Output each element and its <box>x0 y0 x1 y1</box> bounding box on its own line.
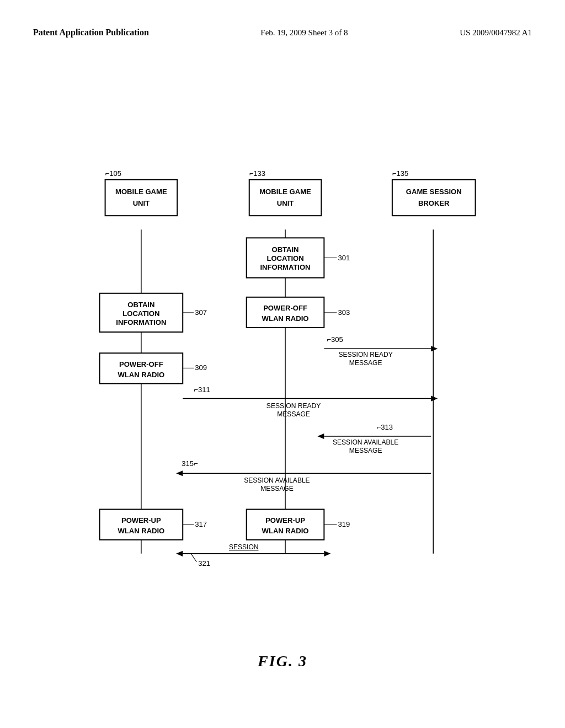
svg-rect-0 <box>105 180 178 216</box>
box-303: POWER-OFF WLAN RADIO 303 <box>247 297 350 328</box>
box-303-line1: POWER-OFF <box>263 304 307 312</box>
box-307: OBTAIN LOCATION INFORMATION 307 <box>100 293 207 332</box>
msg-311-label1: SESSION READY <box>266 402 321 410</box>
header-patent-number: US 2009/0047982 A1 <box>460 28 532 38</box>
entity-135: GAME SESSION BROKER ⌐135 <box>392 169 476 216</box>
svg-rect-2 <box>392 180 476 216</box>
box-319-line1: POWER-UP <box>265 516 305 524</box>
figure-caption: FIG. 3 <box>258 652 307 670</box>
msg-311-ref: ⌐311 <box>194 386 210 394</box>
msg-305-ref: ⌐305 <box>327 335 343 344</box>
svg-rect-17 <box>247 510 324 540</box>
entity-135-label1: GAME SESSION <box>406 188 462 196</box>
session-321-ref: 321 <box>198 559 210 568</box>
box-317-line2: WLAN RADIO <box>118 527 164 535</box>
arrowhead-313 <box>317 433 324 439</box>
box-319-ref: 319 <box>338 520 350 528</box>
box-303-line2: WLAN RADIO <box>262 314 309 323</box>
box-319: POWER-UP WLAN RADIO 319 <box>247 510 350 540</box>
sequence-diagram: MOBILE GAME UNIT ⌐105 MOBILE GAME UNIT ⌐… <box>33 72 532 654</box>
entity-133: MOBILE GAME UNIT ⌐133 <box>249 169 322 216</box>
box-301: OBTAIN LOCATION INFORMATION 301 <box>247 238 350 277</box>
box-317-line1: POWER-UP <box>121 516 161 524</box>
patent-page: Patent Application Publication Feb. 19, … <box>0 0 565 728</box>
box-309-ref: 309 <box>195 363 207 372</box>
diagram-container: MOBILE GAME UNIT ⌐105 MOBILE GAME UNIT ⌐… <box>33 72 532 645</box>
msg-305: ⌐305 SESSION READY MESSAGE <box>324 335 438 367</box>
box-307-line3: INFORMATION <box>116 318 166 326</box>
msg-313: ⌐313 SESSION AVAILABLE MESSAGE <box>317 423 431 454</box>
page-header: Patent Application Publication Feb. 19, … <box>33 28 532 38</box>
arrowhead-315 <box>176 470 183 476</box>
box-301-line3: INFORMATION <box>260 263 310 271</box>
entity-135-label2: BROKER <box>418 199 450 207</box>
entity-135-ref: ⌐135 <box>392 169 408 178</box>
header-publication-label: Patent Application Publication <box>33 28 149 38</box>
msg-311: ⌐311 SESSION READY MESSAGE <box>183 386 438 418</box>
session-321: SESSION 321 <box>176 543 331 568</box>
session-label: SESSION <box>229 543 259 551</box>
msg-315-ref: 315⌐ <box>182 459 198 468</box>
msg-313-label1: SESSION AVAILABLE <box>333 438 398 446</box>
box-309-line2: WLAN RADIO <box>118 371 164 379</box>
box-301-line1: OBTAIN <box>271 245 299 254</box>
box-317-ref: 317 <box>195 520 207 528</box>
entity-133-label1: MOBILE GAME <box>259 188 311 196</box>
box-319-line2: WLAN RADIO <box>262 527 309 535</box>
msg-315-label1: SESSION AVAILABLE <box>244 477 310 484</box>
box-307-ref: 307 <box>195 308 207 317</box>
box-317: POWER-UP WLAN RADIO 317 <box>100 510 207 540</box>
arrowhead-session-left <box>176 551 183 556</box>
entity-105-label2: UNIT <box>133 199 150 207</box>
box-303-ref: 303 <box>338 308 350 317</box>
msg-313-label2: MESSAGE <box>349 447 382 454</box>
box-301-ref: 301 <box>338 254 350 262</box>
arrowhead-session-right <box>324 551 331 556</box>
box-301-line2: LOCATION <box>266 254 303 263</box>
msg-305-label2: MESSAGE <box>349 359 382 367</box>
svg-rect-7 <box>247 297 324 328</box>
msg-313-ref: ⌐313 <box>377 423 393 431</box>
box-309: POWER-OFF WLAN RADIO 309 <box>100 353 207 383</box>
msg-315-label2: MESSAGE <box>260 485 294 493</box>
svg-line-20 <box>191 554 196 562</box>
entity-105: MOBILE GAME UNIT ⌐105 <box>105 169 178 216</box>
svg-rect-1 <box>249 180 322 216</box>
entity-105-ref: ⌐105 <box>105 169 121 178</box>
entity-133-label2: UNIT <box>277 199 294 207</box>
arrowhead-305 <box>431 346 438 351</box>
box-307-line1: OBTAIN <box>127 301 154 309</box>
msg-315: 315⌐ SESSION AVAILABLE MESSAGE <box>176 459 431 493</box>
box-307-line2: LOCATION <box>122 309 159 318</box>
header-date-sheet: Feb. 19, 2009 Sheet 3 of 8 <box>260 28 348 38</box>
svg-rect-9 <box>100 353 183 383</box>
entity-133-ref: ⌐133 <box>249 169 265 178</box>
msg-305-label1: SESSION READY <box>338 351 392 358</box>
msg-311-label2: MESSAGE <box>277 410 310 418</box>
arrowhead-311 <box>431 396 438 402</box>
svg-rect-15 <box>100 510 183 540</box>
entity-105-label1: MOBILE GAME <box>115 188 167 196</box>
box-309-line1: POWER-OFF <box>119 360 163 368</box>
